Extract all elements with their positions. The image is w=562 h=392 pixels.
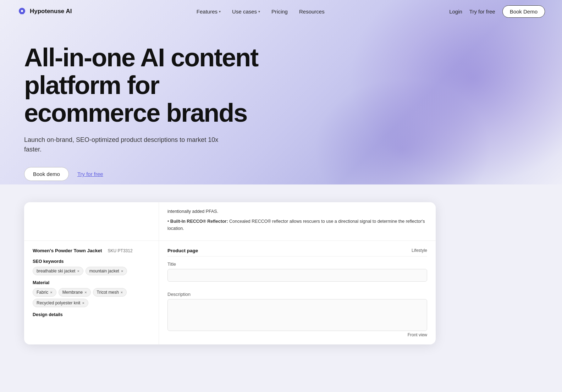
tag-recycled-polyester: Recycled polyester knit × [33, 299, 88, 307]
seo-keywords-tags: breathable ski jacket × mountain jacket … [33, 267, 150, 275]
hero-section: All-in-one AI content platform for ecomm… [0, 23, 562, 195]
remove-recycled-polyester[interactable]: × [82, 301, 84, 305]
demo-top-right: intentionally added PFAS. • Built-In REC… [159, 202, 436, 241]
material-tags: Fabric × Membrane × Tricot mesh × [33, 288, 150, 297]
nav-features[interactable]: Features ▾ [197, 9, 221, 15]
design-details-label: Design details [33, 312, 150, 317]
brand-name: Hypotenuse AI [30, 8, 72, 15]
title-field-section: Title [167, 261, 427, 287]
material-tags-row2: Recycled polyester knit × [33, 299, 150, 307]
tag-fabric: Fabric × [33, 288, 56, 297]
tag-tricot-mesh: Tricot mesh × [93, 288, 127, 297]
front-view-badge: Front view [408, 332, 427, 337]
remove-tricot-mesh[interactable]: × [121, 290, 123, 294]
demo-top-panel: intentionally added PFAS. • Built-In REC… [24, 202, 436, 241]
nav-use-cases[interactable]: Use cases ▾ [232, 9, 260, 15]
remove-breathable-ski-jacket[interactable]: × [77, 269, 79, 273]
material-label: Material [33, 280, 150, 285]
hero-try-free-button[interactable]: Try for free [77, 171, 103, 177]
product-name: Women's Powder Town Jacket [33, 248, 102, 253]
features-chevron-icon: ▾ [219, 10, 221, 13]
description-textarea[interactable] [167, 299, 427, 331]
remove-mountain-jacket[interactable]: × [121, 269, 123, 273]
seo-keywords-label: SEO keywords [33, 259, 150, 264]
nav-try-free-link[interactable]: Try for free [469, 9, 495, 15]
svg-point-0 [21, 10, 23, 12]
page-type-label: Product page [167, 248, 427, 256]
product-description-text: intentionally added PFAS. • Built-In REC… [167, 208, 427, 232]
material-section: Material Fabric × Membrane × Tricot mesh [33, 280, 150, 307]
nav-resources[interactable]: Resources [299, 9, 325, 15]
design-details-section: Design details [33, 312, 150, 317]
logo-icon [17, 6, 27, 16]
lifestyle-badge: Lifestyle [412, 248, 427, 253]
demo-form-right: Product page Lifestyle Title Description… [159, 241, 436, 344]
description-field-section: Description [167, 292, 427, 332]
product-name-row: Women's Powder Town Jacket SKU PT3312 [33, 248, 150, 253]
login-link[interactable]: Login [449, 9, 462, 15]
hero-actions: Book demo Try for free [24, 167, 538, 181]
nav-pricing[interactable]: Pricing [271, 9, 288, 15]
seo-keywords-section: SEO keywords breathable ski jacket × mou… [33, 259, 150, 275]
title-field-label: Title [167, 261, 427, 267]
description-field-label: Description [167, 292, 427, 297]
product-sku: SKU PT3312 [108, 248, 133, 253]
hero-subtitle: Launch on-brand, SEO-optimized product d… [24, 135, 230, 154]
nav-book-demo-button[interactable]: Book Demo [502, 5, 545, 18]
demo-card: intentionally added PFAS. • Built-In REC… [24, 202, 436, 344]
tag-breathable-ski-jacket: breathable ski jacket × [33, 267, 83, 275]
nav-links: Features ▾ Use cases ▾ Pricing Resources [197, 9, 325, 15]
demo-top-left [24, 202, 159, 241]
demo-bottom-panel: Women's Powder Town Jacket SKU PT3312 SE… [24, 241, 436, 344]
pfas-text: intentionally added PFAS. [167, 208, 427, 215]
remove-fabric[interactable]: × [50, 290, 52, 294]
demo-form-left: Women's Powder Town Jacket SKU PT3312 SE… [24, 241, 159, 344]
nav-actions: Login Try for free Book Demo [449, 5, 545, 18]
recco-bullet: • Built-In RECCO® Reflector: Concealed R… [167, 218, 427, 232]
use-cases-chevron-icon: ▾ [258, 10, 260, 13]
tag-mountain-jacket: mountain jacket × [86, 267, 127, 275]
title-input[interactable] [167, 269, 427, 282]
hero-title: All-in-one AI content platform for ecomm… [24, 44, 301, 127]
remove-membrane[interactable]: × [84, 290, 87, 294]
hero-book-demo-button[interactable]: Book demo [24, 167, 69, 181]
navbar: Hypotenuse AI Features ▾ Use cases ▾ Pri… [0, 0, 562, 23]
demo-section: intentionally added PFAS. • Built-In REC… [0, 202, 562, 344]
tag-membrane: Membrane × [59, 288, 91, 297]
brand-logo[interactable]: Hypotenuse AI [17, 6, 72, 16]
